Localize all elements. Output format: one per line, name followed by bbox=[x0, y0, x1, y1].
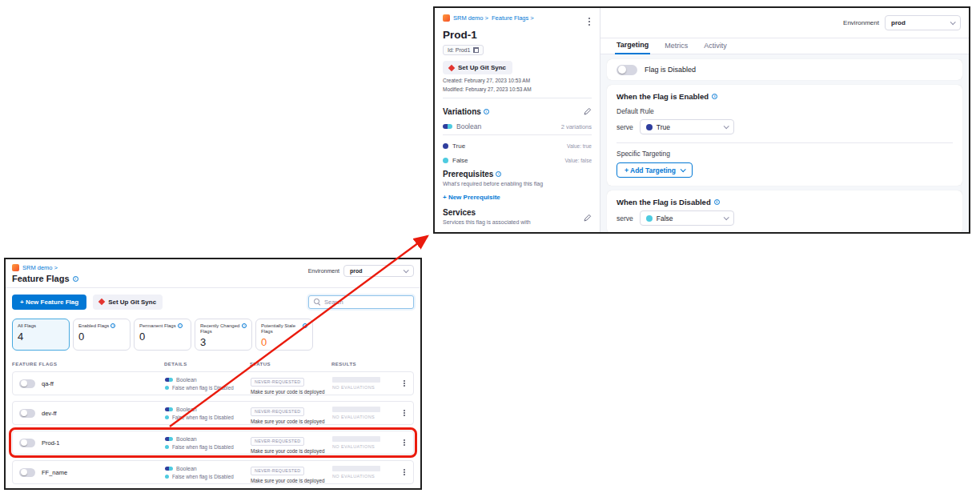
prerequisites-description: What's required before enabling this fla… bbox=[443, 181, 592, 186]
new-feature-flag-button[interactable]: + New Feature Flag bbox=[12, 295, 86, 310]
search-input[interactable] bbox=[324, 299, 408, 306]
flag-toggle[interactable] bbox=[19, 439, 35, 447]
status-text: Make sure your code is deployed bbox=[251, 448, 332, 454]
info-icon: i bbox=[242, 323, 247, 328]
table-row-prod-1[interactable]: Prod-1 Boolean False when flag is Disabl… bbox=[12, 431, 414, 455]
info-icon: i bbox=[714, 199, 720, 205]
flag-detail-sidebar: SRM demo > Feature Flags > Prod-1 Id: Pr… bbox=[435, 8, 600, 232]
flag-id-chip: Id: Prod1 bbox=[443, 45, 484, 55]
edit-variations-icon[interactable] bbox=[584, 104, 592, 118]
serve-label: serve bbox=[617, 214, 633, 222]
breadcrumb-feature-flags-link[interactable]: Feature Flags > bbox=[492, 14, 534, 22]
results-placeholder-bar bbox=[332, 436, 380, 442]
page-title: Feature Flags bbox=[12, 274, 70, 283]
stat-value: 0 bbox=[261, 336, 307, 348]
stat-card-permanent-flags[interactable]: Permanent Flagsi 0 bbox=[134, 319, 191, 351]
screenshot-canvas: SRM demo > Feature Flags > Prod-1 Id: Pr… bbox=[0, 0, 980, 493]
add-targeting-button[interactable]: + Add Targeting bbox=[617, 162, 693, 178]
column-header-results: RESULTS bbox=[331, 362, 356, 367]
boolean-variation-icon bbox=[443, 124, 452, 129]
git-sync-icon bbox=[448, 64, 455, 70]
results-text: NO EVALUATIONS bbox=[332, 385, 398, 390]
targeting-tab-content: Flag is Disabled When the Flag is Enable… bbox=[600, 54, 969, 232]
copy-icon[interactable] bbox=[473, 47, 479, 53]
flag-name: qa-ff bbox=[42, 380, 54, 387]
kebab-menu-icon[interactable] bbox=[587, 16, 592, 27]
flag-title: Prod-1 bbox=[443, 29, 592, 41]
info-icon: i bbox=[303, 323, 307, 328]
services-section: Services Services this flag is associate… bbox=[443, 208, 592, 225]
info-icon: i bbox=[484, 109, 489, 114]
breadcrumb-project-link[interactable]: SRM demo > bbox=[453, 14, 488, 22]
flag-toggle[interactable] bbox=[19, 379, 35, 388]
false-variation-dot-icon bbox=[165, 445, 169, 449]
variation-value: Value: false bbox=[565, 158, 592, 163]
edit-services-icon[interactable] bbox=[584, 210, 592, 225]
flag-toggle[interactable] bbox=[19, 409, 35, 418]
breadcrumb-project-link[interactable]: SRM demo > bbox=[22, 264, 58, 271]
default-rule-serve-row: serve True bbox=[617, 119, 953, 134]
breadcrumb: SRM demo > Feature Flags > bbox=[443, 14, 592, 22]
serve-label: serve bbox=[617, 123, 633, 131]
kebab-menu-icon[interactable] bbox=[402, 438, 407, 447]
false-variation-dot-icon bbox=[165, 415, 169, 419]
results-placeholder-bar bbox=[332, 407, 380, 412]
search-box bbox=[308, 295, 414, 309]
boolean-variation-icon bbox=[165, 378, 173, 382]
table-row-dev-ff[interactable]: dev-ff Boolean False when flag is Disabl… bbox=[12, 401, 414, 425]
flag-name: dev-ff bbox=[42, 410, 57, 417]
detail-tabs: Targeting Metrics Activity bbox=[600, 38, 969, 54]
kebab-menu-icon[interactable] bbox=[402, 379, 407, 388]
search-icon bbox=[314, 299, 320, 305]
info-icon: i bbox=[73, 276, 78, 282]
tab-targeting[interactable]: Targeting bbox=[615, 41, 650, 54]
variation-name: False bbox=[452, 157, 468, 164]
info-icon: i bbox=[178, 323, 183, 328]
services-section-header: Services bbox=[443, 208, 592, 217]
tab-activity[interactable]: Activity bbox=[702, 42, 729, 54]
false-variation-dot-icon bbox=[646, 215, 653, 222]
results-text: NO EVALUATIONS bbox=[332, 444, 398, 449]
stat-card-potentially-stale-flags[interactable]: Potentially Stale Flagsi 0 bbox=[255, 319, 313, 351]
stat-value: 0 bbox=[78, 331, 125, 343]
variation-row-false: False Value: false bbox=[443, 157, 592, 164]
chevron-down-icon bbox=[950, 19, 956, 25]
flag-toggle[interactable] bbox=[19, 468, 35, 477]
specific-targeting-label: Specific Targeting bbox=[617, 150, 953, 158]
flag-id-text: Id: Prod1 bbox=[448, 47, 470, 53]
table-row-qa-ff[interactable]: qa-ff Boolean False when flag is Disable… bbox=[12, 371, 414, 395]
variation-type-label: Boolean bbox=[456, 122, 481, 130]
flag-detail-main: Environment prod Targeting Metrics Activ… bbox=[600, 8, 969, 232]
stat-card-all-flags[interactable]: All Flags 4 bbox=[12, 319, 70, 351]
stat-card-enabled-flags[interactable]: Enabled Flagsi 0 bbox=[73, 319, 131, 351]
environment-select[interactable]: prod bbox=[343, 265, 414, 277]
stat-card-recently-changed-flags[interactable]: Recently Changed Flagsi 3 bbox=[195, 319, 252, 351]
true-variation-dot-icon bbox=[646, 124, 653, 130]
chevron-down-icon bbox=[404, 267, 409, 273]
results-text: NO EVALUATIONS bbox=[332, 474, 398, 479]
info-icon: i bbox=[496, 171, 501, 177]
results-text: NO EVALUATIONS bbox=[332, 415, 398, 419]
status-text: Make sure your code is deployed bbox=[251, 419, 332, 424]
setup-git-sync-button[interactable]: Set Up Git Sync bbox=[443, 61, 512, 74]
list-header: SRM demo > Feature Flags i Environment p… bbox=[6, 259, 420, 288]
kebab-menu-icon[interactable] bbox=[402, 408, 407, 418]
tab-metrics[interactable]: Metrics bbox=[663, 42, 689, 54]
created-timestamp: Created: February 27, 2023 10:53 AM bbox=[443, 78, 592, 83]
flag-name: FF_name bbox=[42, 469, 67, 476]
project-logo-icon bbox=[12, 264, 19, 271]
serve-variation-select[interactable]: False bbox=[640, 210, 734, 226]
table-row-ff-name[interactable]: FF_name Boolean False when flag is Disab… bbox=[12, 460, 414, 484]
setup-git-sync-button[interactable]: Set Up Git Sync bbox=[93, 295, 163, 310]
chevron-down-icon bbox=[723, 214, 729, 220]
serve-variation-select[interactable]: True bbox=[640, 119, 734, 134]
when-disabled-card: When the Flag is Disabled i serve False bbox=[607, 190, 962, 232]
boolean-variation-icon bbox=[165, 437, 173, 441]
status-badge: NEVER-REQUESTED bbox=[251, 378, 304, 387]
flag-name: Prod-1 bbox=[42, 439, 60, 447]
flag-enabled-toggle[interactable] bbox=[617, 65, 637, 75]
variation-row-true: True Value: true bbox=[443, 142, 592, 150]
new-prerequisite-link[interactable]: + New Prerequisite bbox=[443, 194, 500, 201]
kebab-menu-icon[interactable] bbox=[402, 467, 407, 477]
environment-select[interactable]: prod bbox=[885, 15, 961, 30]
